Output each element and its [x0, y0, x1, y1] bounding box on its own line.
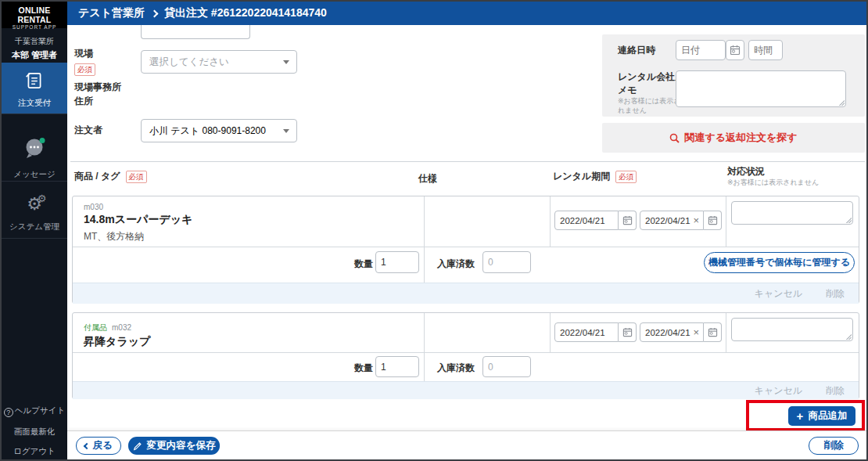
- product-info: m030 14.8mスーパーデッキ MT、後方格納: [84, 203, 192, 243]
- rental-end-input[interactable]: 2022/04/21 ×: [640, 322, 704, 342]
- delete-link[interactable]: 削除: [826, 287, 845, 301]
- chevron-down-icon: [283, 60, 289, 64]
- calendar-icon: [622, 327, 633, 337]
- rental-start-group: 2022/04/21: [554, 322, 637, 342]
- qty-input[interactable]: [375, 251, 419, 273]
- logout-label: ログアウト: [13, 446, 56, 456]
- rental-memo-textarea[interactable]: [676, 70, 846, 107]
- stocked-label: 入庫済数: [437, 258, 475, 271]
- period-column-label: レンタル期間: [553, 170, 610, 183]
- column-divider: [550, 313, 551, 352]
- row-divider: [73, 352, 859, 353]
- calendar-picker-button[interactable]: [704, 322, 722, 342]
- table-top-border: [70, 161, 865, 162]
- qty-input[interactable]: [375, 356, 419, 377]
- product-tags: 付属品m032: [84, 319, 150, 333]
- required-badge: 必須: [615, 171, 637, 183]
- status-textarea[interactable]: [731, 318, 853, 341]
- column-header-period: レンタル期間 必須: [553, 170, 637, 183]
- sidebar-item-logout[interactable]: ログアウト: [2, 446, 67, 457]
- sidebar-item-refresh[interactable]: 画面最新化: [2, 427, 67, 438]
- resize-handle[interactable]: [845, 217, 852, 223]
- site-office-address-label: 現場事務所住所: [74, 80, 124, 108]
- rental-end-group: 2022/04/21 ×: [640, 322, 722, 342]
- calendar-icon: [708, 215, 718, 225]
- sidebar-item-messages[interactable]: メッセージ: [2, 131, 67, 179]
- clear-date-icon[interactable]: ×: [694, 214, 700, 226]
- contact-time-input[interactable]: [748, 40, 783, 60]
- orderer-select[interactable]: 小川 テスト 080-9091-8200: [141, 119, 297, 142]
- cancel-link[interactable]: キャンセル: [755, 287, 802, 301]
- column-header-spec: 仕様: [418, 172, 437, 185]
- contact-date-input[interactable]: [676, 40, 726, 60]
- product-name: 14.8mスーパーデッキ: [84, 213, 192, 227]
- plus-icon: +: [797, 409, 804, 423]
- stocked-input[interactable]: [482, 356, 531, 377]
- resize-handle[interactable]: [838, 99, 845, 106]
- office-name: 千葉営業所: [2, 36, 67, 47]
- clear-date-icon[interactable]: ×: [694, 326, 700, 338]
- add-product-button[interactable]: + 商品追加: [788, 406, 855, 426]
- search-related-return-link[interactable]: 関連する返却注文を探す: [669, 131, 797, 145]
- calendar-icon: [622, 215, 633, 225]
- column-divider: [424, 313, 425, 381]
- calendar-icon: [708, 327, 718, 337]
- cancel-link[interactable]: キャンセル: [755, 384, 802, 398]
- user-name: 本部 管理者: [2, 49, 67, 61]
- chevron-right-icon: [151, 9, 159, 17]
- delete-order-label: 削除: [824, 439, 844, 452]
- calendar-picker-button[interactable]: [704, 211, 722, 230]
- sidebar-item-orders[interactable]: 注文受付: [2, 63, 67, 113]
- add-product-label: 商品追加: [808, 409, 847, 423]
- save-changes-button[interactable]: 変更内容を保存: [128, 437, 220, 455]
- product-desc: MT、後方格納: [84, 230, 192, 243]
- delete-order-button[interactable]: 削除: [809, 437, 859, 455]
- qty-label: 数量: [354, 362, 373, 375]
- required-badge: 必須: [126, 171, 147, 183]
- sidebar-item-help-site[interactable]: ?ヘルプサイト: [2, 405, 67, 417]
- logo-line1: ONLINE RENTAL: [2, 5, 67, 24]
- back-button[interactable]: 戻る: [76, 437, 121, 455]
- gears-icon: ⚙⚙: [27, 196, 42, 218]
- column-header-product: 商品 / タグ 必須: [74, 170, 147, 183]
- search-icon: [669, 133, 680, 143]
- refresh-label: 画面最新化: [14, 427, 56, 436]
- back-label: 戻る: [93, 439, 113, 452]
- resize-handle[interactable]: [845, 333, 852, 340]
- help-site-label: ヘルプサイト: [15, 405, 65, 415]
- sidebar-divider: [2, 238, 67, 239]
- rental-start-input[interactable]: 2022/04/21: [554, 322, 619, 342]
- contact-memo-panel: 連絡日時 レンタル会社用メモ ※お客様には表示されません: [602, 34, 865, 117]
- save-label: 変更内容を保存: [147, 439, 216, 452]
- calendar-picker-button[interactable]: [619, 322, 637, 342]
- rental-end-value: 2022/04/21: [645, 328, 690, 337]
- status-column-note: ※お客様には表示されません: [727, 178, 819, 187]
- product-name: 昇降タラップ: [84, 335, 150, 349]
- status-textarea[interactable]: [731, 201, 853, 225]
- sidebar-item-label: メッセージ: [2, 169, 67, 180]
- rental-memo-note: ※お客様には表示されません: [618, 96, 682, 115]
- calendar-picker-button[interactable]: [619, 211, 637, 230]
- card-footer: キャンセル 削除: [73, 283, 859, 304]
- sidebar-item-system[interactable]: ⚙⚙ システム管理: [2, 191, 67, 236]
- sidebar: ONLINE RENTAL SUPPORT APP 千葉営業所 本部 管理者 注…: [2, 2, 67, 459]
- calendar-icon: [730, 45, 741, 56]
- sidebar-divider: [2, 113, 67, 114]
- sidebar-divider: [2, 181, 67, 182]
- sidebar-item-label: 注文受付: [2, 98, 67, 109]
- rental-end-input[interactable]: 2022/04/21 ×: [640, 211, 704, 230]
- site-select[interactable]: 選択してください: [141, 50, 297, 74]
- calendar-picker-button[interactable]: [726, 40, 744, 60]
- sidebar-item-label: システム管理: [2, 221, 67, 232]
- product-row-card: 付属品m032 昇降タラップ 2022/04/21 2022/04/21 ×: [72, 312, 859, 399]
- order-document-icon: [24, 80, 45, 93]
- delete-link[interactable]: 削除: [826, 384, 845, 398]
- stocked-input[interactable]: [482, 251, 531, 273]
- column-divider: [550, 196, 551, 247]
- chevron-down-icon: [283, 129, 289, 133]
- column-divider: [726, 313, 726, 352]
- column-divider: [726, 196, 726, 247]
- clipped-input[interactable]: [141, 25, 250, 39]
- manage-by-serial-button[interactable]: 機械管理番号で個体毎に管理する: [704, 252, 855, 273]
- rental-start-input[interactable]: 2022/04/21: [554, 211, 619, 230]
